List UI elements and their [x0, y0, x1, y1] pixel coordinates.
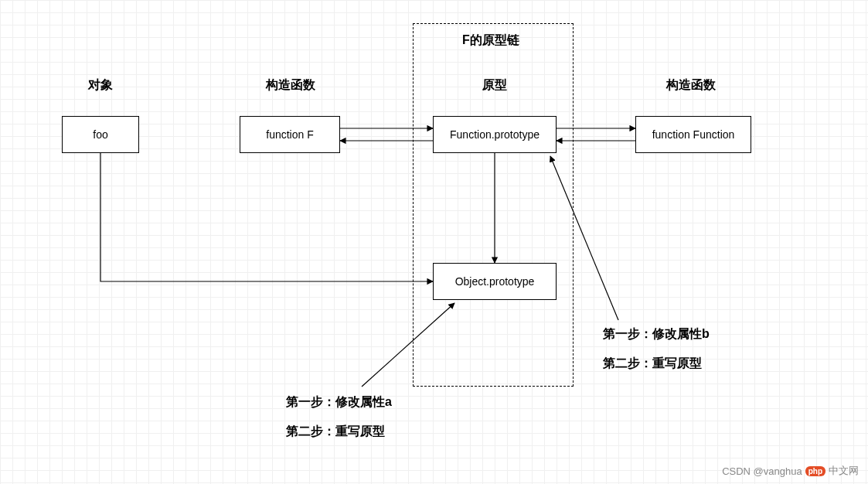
header-object: 对象	[77, 77, 124, 94]
header-constructor-1: 构造函数	[260, 77, 322, 94]
annotation-right-line1: 第一步：修改属性b	[603, 326, 710, 343]
header-constructor-2: 构造函数	[660, 77, 722, 94]
header-prototype: 原型	[471, 77, 518, 94]
arrow-foo-to-oproto	[100, 153, 433, 281]
node-function-function-label: function Function	[652, 128, 735, 141]
node-function-prototype: Function.prototype	[433, 116, 557, 153]
node-foo: foo	[62, 116, 139, 153]
node-function-prototype-label: Function.prototype	[450, 128, 540, 141]
watermark-author: CSDN @vanghua	[722, 465, 802, 477]
node-function-f-label: function F	[266, 128, 313, 141]
node-object-prototype-label: Object.prototype	[455, 275, 535, 288]
annotation-left-line1: 第一步：修改属性a	[286, 394, 392, 411]
header-chain-title: F的原型链	[421, 32, 560, 49]
node-function-function: function Function	[635, 116, 751, 153]
watermark-right: CSDN @vanghua php 中文网	[722, 464, 859, 478]
node-foo-label: foo	[93, 128, 107, 141]
node-object-prototype: Object.prototype	[433, 263, 557, 300]
annotation-right-line2: 第二步：重写原型	[603, 356, 702, 372]
php-badge: php	[805, 466, 825, 476]
annotation-left-line2: 第二步：重写原型	[286, 424, 385, 440]
watermark-brand: 中文网	[829, 464, 859, 478]
node-function-f: function F	[240, 116, 340, 153]
